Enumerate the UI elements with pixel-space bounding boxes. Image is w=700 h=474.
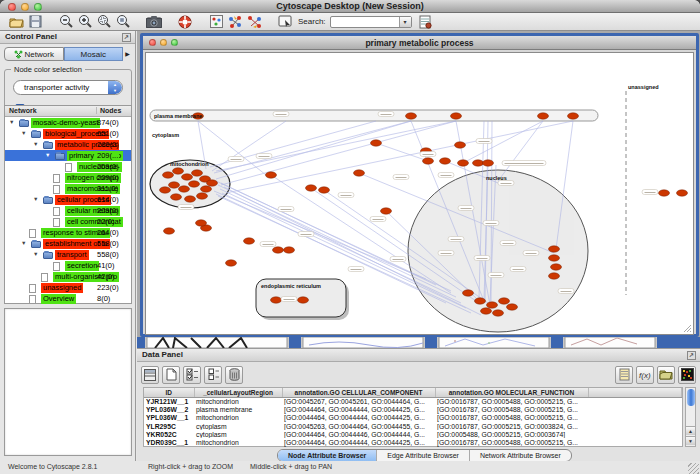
network-node[interactable]: [493, 310, 504, 316]
scroll-down-icon[interactable]: ▼: [686, 436, 695, 445]
table-row[interactable]: YPL036W__2plasma membrane[GO:0044464, GO…: [144, 405, 682, 413]
network-node[interactable]: [458, 160, 469, 166]
zoom-out-icon[interactable]: [58, 14, 74, 29]
table-cell[interactable]: mitochondrion: [194, 397, 282, 405]
table-row[interactable]: YPL036W__1mitochondrion[GO:0044464, GO:0…: [144, 414, 682, 422]
nucleus-region[interactable]: [408, 170, 588, 332]
table-row[interactable]: YJR121W__1mitochondrion[GO:0045267, GO:0…: [144, 397, 682, 405]
network-node[interactable]: [284, 247, 295, 253]
dropdown-stepper-icon[interactable]: ▲▼: [108, 81, 122, 94]
table-cell[interactable]: mitochondrion: [194, 414, 282, 422]
table-cell[interactable]: [GO:0016787, GO:0005488, GO:0005215, G..…: [435, 414, 588, 422]
table-cell[interactable]: [588, 397, 682, 405]
tree-row-cell-communicat[interactable]: cell communicat22(0): [5, 216, 131, 227]
network-node[interactable]: [549, 273, 560, 279]
network-node[interactable]: [273, 247, 284, 253]
table-cell[interactable]: [GO:0016787, GO:0005215, GO:0003824, G..…: [435, 422, 588, 430]
new-attribute-icon[interactable]: [162, 366, 180, 384]
tree-expander-icon[interactable]: ▼: [21, 240, 26, 246]
network-node[interactable]: [179, 186, 190, 192]
table-cell[interactable]: [588, 430, 682, 438]
network-node[interactable]: [169, 182, 180, 188]
network-node[interactable]: [549, 246, 560, 252]
float-panel-icon[interactable]: ↗: [122, 33, 131, 42]
table-cell[interactable]: cytoplasm: [194, 430, 282, 438]
tree-expander-icon[interactable]: ▼: [45, 152, 50, 158]
network-view-titlebar[interactable]: primary metabolic process: [143, 36, 696, 50]
tree-row-nitrogen-compo[interactable]: nitrogen compo209(0): [5, 172, 131, 183]
network-node[interactable]: [164, 228, 175, 234]
network-node[interactable]: [455, 142, 466, 148]
network-node[interactable]: [298, 297, 309, 303]
tree-expander-icon[interactable]: ▼: [33, 196, 38, 202]
select-attributes-icon[interactable]: [183, 366, 201, 384]
table-cell[interactable]: [GO:0044464, GO:0044446, GO:0044444, G..…: [282, 430, 435, 438]
table-cell[interactable]: plasma membrane: [194, 405, 282, 413]
tree-row-establishment-of-lo[interactable]: ▼establishment of lo558(0): [5, 238, 131, 249]
vizmapper-icon[interactable]: [208, 14, 224, 29]
network-node[interactable]: [473, 160, 484, 166]
table-cell[interactable]: [GO:0005488, GO:0005215, GO:0003674]: [435, 430, 588, 438]
network-edge[interactable]: [463, 121, 543, 163]
network-node[interactable]: [163, 172, 174, 178]
network-node[interactable]: [481, 308, 492, 314]
tree-expander-icon[interactable]: ▼: [9, 119, 14, 125]
network-node[interactable]: [381, 208, 392, 214]
network-node[interactable]: [171, 194, 182, 200]
network-node[interactable]: [173, 168, 184, 174]
network-node[interactable]: [182, 174, 193, 180]
delete-attribute-icon[interactable]: [225, 366, 243, 384]
network-node[interactable]: [192, 170, 203, 176]
table-cell[interactable]: [588, 438, 682, 446]
network-node[interactable]: [189, 181, 200, 187]
network-node[interactable]: [196, 220, 207, 226]
table-cell[interactable]: cytoplasm: [194, 422, 282, 430]
column-grid-icon[interactable]: [141, 366, 159, 384]
table-cell[interactable]: [GO:0044464, GO:0044444, GO:0044425, G..…: [282, 405, 435, 413]
network-node[interactable]: [197, 193, 208, 199]
tree-row-biological-process[interactable]: ▼biological_process651(0): [5, 128, 131, 139]
network-node[interactable]: [306, 185, 317, 191]
network-edge[interactable]: [498, 121, 543, 181]
network-node[interactable]: [266, 172, 277, 178]
table-cell[interactable]: [GO:0044464, GO:0044444, GO:0044425, G..…: [282, 414, 435, 422]
tree-row-secretion[interactable]: secretion41(0): [5, 260, 131, 271]
network-node[interactable]: [659, 190, 670, 196]
tree-row-overview[interactable]: Overview8(0): [5, 293, 131, 304]
tree-row-metabolic-process[interactable]: ▼metabolic process280(0): [5, 139, 131, 150]
attribute-table-header[interactable]: ID _cellularLayoutRegion annotation.GO C…: [144, 388, 682, 397]
search-input[interactable]: ▾: [330, 16, 412, 28]
plasma-membrane-region[interactable]: [150, 110, 598, 121]
table-cell[interactable]: YPL036W__2: [144, 405, 194, 413]
network-node[interactable]: [226, 260, 237, 266]
table-cell[interactable]: YJR121W__1: [144, 397, 194, 405]
snapshot-icon[interactable]: [146, 14, 162, 29]
tree-expander-icon[interactable]: ▼: [33, 251, 38, 257]
table-cell[interactable]: [588, 422, 682, 430]
network-node[interactable]: [549, 255, 560, 261]
matrix-view-icon[interactable]: [678, 366, 696, 384]
scrollbar-thumb[interactable]: [687, 389, 695, 406]
table-cell[interactable]: [GO:0045263, GO:0044464, GO:0044455, G..…: [282, 422, 435, 430]
network-node[interactable]: [499, 298, 510, 304]
tab-node-attribute-browser[interactable]: Node Attribute Browser: [278, 450, 377, 461]
tab-edge-attribute-browser[interactable]: Edge Attribute Browser: [377, 450, 470, 461]
network-node[interactable]: [406, 113, 417, 119]
network-node[interactable]: [244, 238, 255, 244]
network-node[interactable]: [160, 187, 171, 193]
table-cell[interactable]: mitochondrion: [194, 438, 282, 446]
tree-row-transport[interactable]: ▼transport558(0): [5, 249, 131, 260]
network-node[interactable]: [423, 158, 434, 164]
network-node[interactable]: [487, 302, 498, 308]
table-cell[interactable]: [GO:0045267, GO:0045261, GO:0044464, G..…: [282, 397, 435, 405]
table-cell[interactable]: YDR039C__1: [144, 438, 194, 446]
table-row[interactable]: YLR295Ccytoplasm[GO:0045263, GO:0044464,…: [144, 422, 682, 430]
network-node[interactable]: [551, 264, 562, 270]
function-builder-icon[interactable]: f(x): [636, 366, 654, 384]
network-node[interactable]: [201, 186, 212, 192]
zoom-selected-icon[interactable]: [96, 14, 112, 29]
network-node[interactable]: [319, 187, 330, 193]
network-edge[interactable]: [216, 121, 411, 179]
tree-row-multi-organism-pro[interactable]: multi-organism pro42(0): [5, 271, 131, 282]
network-edge[interactable]: [214, 191, 426, 279]
